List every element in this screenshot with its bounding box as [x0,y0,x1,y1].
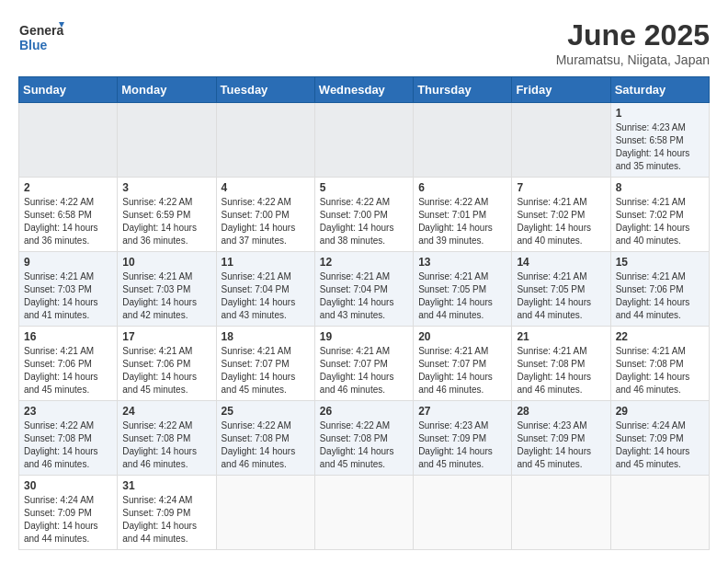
day-number: 10 [122,256,210,269]
calendar-cell: 2Sunrise: 4:22 AMSunset: 6:58 PMDaylight… [19,178,118,252]
day-content: Sunrise: 4:21 AMSunset: 7:07 PMDaylight:… [320,345,408,396]
calendar-cell: 31Sunrise: 4:24 AMSunset: 7:09 PMDayligh… [118,476,216,550]
day-content: Sunrise: 4:21 AMSunset: 7:06 PMDaylight:… [24,345,112,396]
day-number: 18 [222,330,310,343]
calendar-cell: 23Sunrise: 4:22 AMSunset: 7:08 PMDayligh… [19,401,118,476]
calendar-cell: 7Sunrise: 4:21 AMSunset: 7:02 PMDaylight… [512,178,610,252]
day-number: 6 [418,181,506,194]
day-content: Sunrise: 4:22 AMSunset: 7:08 PMDaylight:… [24,419,112,471]
calendar-cell [414,476,512,550]
day-number: 11 [222,256,310,269]
calendar-subtitle: Muramatsu, Niigata, Japan [556,52,710,67]
day-content: Sunrise: 4:24 AMSunset: 7:09 PMDaylight:… [616,419,704,471]
calendar-cell: 6Sunrise: 4:22 AMSunset: 7:01 PMDaylight… [414,178,512,252]
calendar-cell: 24Sunrise: 4:22 AMSunset: 7:08 PMDayligh… [118,401,216,476]
day-content: Sunrise: 4:22 AMSunset: 6:58 PMDaylight:… [24,196,112,247]
day-number: 17 [122,330,210,343]
calendar-cell: 3Sunrise: 4:22 AMSunset: 6:59 PMDaylight… [118,178,216,252]
header-saturday: Saturday [610,77,709,103]
header-friday: Friday [512,77,610,103]
header-wednesday: Wednesday [314,77,413,103]
calendar-cell: 29Sunrise: 4:24 AMSunset: 7:09 PMDayligh… [610,401,709,476]
day-content: Sunrise: 4:21 AMSunset: 7:07 PMDaylight:… [418,345,506,396]
calendar-cell: 22Sunrise: 4:21 AMSunset: 7:08 PMDayligh… [610,327,709,401]
calendar-cell: 19Sunrise: 4:21 AMSunset: 7:07 PMDayligh… [314,327,413,401]
day-content: Sunrise: 4:21 AMSunset: 7:08 PMDaylight:… [517,345,605,396]
calendar-title: June 2025 [556,18,710,52]
header-tuesday: Tuesday [216,77,314,103]
day-content: Sunrise: 4:21 AMSunset: 7:04 PMDaylight:… [222,270,310,322]
calendar-week-2: 9Sunrise: 4:21 AMSunset: 7:03 PMDaylight… [19,252,710,327]
calendar-cell: 13Sunrise: 4:21 AMSunset: 7:05 PMDayligh… [414,252,512,327]
calendar-cell: 8Sunrise: 4:21 AMSunset: 7:02 PMDaylight… [610,178,709,252]
day-number: 27 [418,405,506,418]
calendar-week-1: 2Sunrise: 4:22 AMSunset: 6:58 PMDaylight… [19,178,710,252]
calendar-cell [610,476,709,550]
day-content: Sunrise: 4:21 AMSunset: 7:06 PMDaylight:… [616,270,704,322]
calendar-table: SundayMondayTuesdayWednesdayThursdayFrid… [18,76,710,550]
day-content: Sunrise: 4:21 AMSunset: 7:03 PMDaylight:… [24,270,112,322]
day-number: 31 [122,479,210,492]
calendar-cell: 30Sunrise: 4:24 AMSunset: 7:09 PMDayligh… [19,476,118,550]
day-number: 23 [24,405,112,418]
day-number: 4 [222,181,310,194]
logo: General Blue [18,18,64,59]
day-number: 1 [616,107,704,120]
calendar-week-3: 16Sunrise: 4:21 AMSunset: 7:06 PMDayligh… [19,327,710,401]
calendar-cell [216,476,314,550]
calendar-cell [512,476,610,550]
day-number: 16 [24,330,112,343]
calendar-cell: 25Sunrise: 4:22 AMSunset: 7:08 PMDayligh… [216,401,314,476]
calendar-cell [118,103,216,178]
day-number: 30 [24,479,112,492]
svg-text:General: General [19,23,64,38]
calendar-week-4: 23Sunrise: 4:22 AMSunset: 7:08 PMDayligh… [19,401,710,476]
calendar-cell: 26Sunrise: 4:22 AMSunset: 7:08 PMDayligh… [314,401,413,476]
calendar-cell: 28Sunrise: 4:23 AMSunset: 7:09 PMDayligh… [512,401,610,476]
day-content: Sunrise: 4:21 AMSunset: 7:05 PMDaylight:… [517,270,605,322]
calendar-cell: 5Sunrise: 4:22 AMSunset: 7:00 PMDaylight… [314,178,413,252]
calendar-cell: 18Sunrise: 4:21 AMSunset: 7:07 PMDayligh… [216,327,314,401]
day-content: Sunrise: 4:23 AMSunset: 7:09 PMDaylight:… [517,419,605,471]
calendar-cell: 9Sunrise: 4:21 AMSunset: 7:03 PMDaylight… [19,252,118,327]
day-content: Sunrise: 4:21 AMSunset: 7:02 PMDaylight:… [616,196,704,247]
logo-svg: General Blue [18,18,64,59]
calendar-cell: 14Sunrise: 4:21 AMSunset: 7:05 PMDayligh… [512,252,610,327]
calendar-cell: 20Sunrise: 4:21 AMSunset: 7:07 PMDayligh… [414,327,512,401]
calendar-header-row: SundayMondayTuesdayWednesdayThursdayFrid… [19,77,710,103]
calendar-cell [19,103,118,178]
header-sunday: Sunday [19,77,118,103]
day-content: Sunrise: 4:22 AMSunset: 7:00 PMDaylight:… [222,196,310,247]
calendar-cell: 21Sunrise: 4:21 AMSunset: 7:08 PMDayligh… [512,327,610,401]
calendar-cell: 17Sunrise: 4:21 AMSunset: 7:06 PMDayligh… [118,327,216,401]
day-number: 3 [122,181,210,194]
day-content: Sunrise: 4:22 AMSunset: 7:08 PMDaylight:… [122,419,210,471]
title-block: June 2025 Muramatsu, Niigata, Japan [556,18,710,67]
svg-text:Blue: Blue [19,38,48,52]
day-number: 25 [222,405,310,418]
calendar-cell [314,476,413,550]
day-content: Sunrise: 4:22 AMSunset: 7:08 PMDaylight:… [320,419,408,471]
day-number: 12 [320,256,408,269]
day-number: 29 [616,405,704,418]
calendar-cell: 1Sunrise: 4:23 AMSunset: 6:58 PMDaylight… [610,103,709,178]
day-content: Sunrise: 4:24 AMSunset: 7:09 PMDaylight:… [24,494,112,546]
calendar-cell [414,103,512,178]
day-content: Sunrise: 4:21 AMSunset: 7:06 PMDaylight:… [122,345,210,396]
calendar-cell: 4Sunrise: 4:22 AMSunset: 7:00 PMDaylight… [216,178,314,252]
calendar-week-5: 30Sunrise: 4:24 AMSunset: 7:09 PMDayligh… [19,476,710,550]
header-monday: Monday [118,77,216,103]
day-content: Sunrise: 4:23 AMSunset: 6:58 PMDaylight:… [616,121,704,173]
calendar-cell: 10Sunrise: 4:21 AMSunset: 7:03 PMDayligh… [118,252,216,327]
day-content: Sunrise: 4:21 AMSunset: 7:05 PMDaylight:… [418,270,506,322]
calendar-cell [512,103,610,178]
page-header: General Blue June 2025 Muramatsu, Niigat… [18,18,710,67]
day-number: 9 [24,256,112,269]
calendar-cell: 12Sunrise: 4:21 AMSunset: 7:04 PMDayligh… [314,252,413,327]
day-number: 8 [616,181,704,194]
calendar-cell: 27Sunrise: 4:23 AMSunset: 7:09 PMDayligh… [414,401,512,476]
day-number: 2 [24,181,112,194]
day-number: 22 [616,330,704,343]
day-content: Sunrise: 4:21 AMSunset: 7:03 PMDaylight:… [122,270,210,322]
day-number: 20 [418,330,506,343]
